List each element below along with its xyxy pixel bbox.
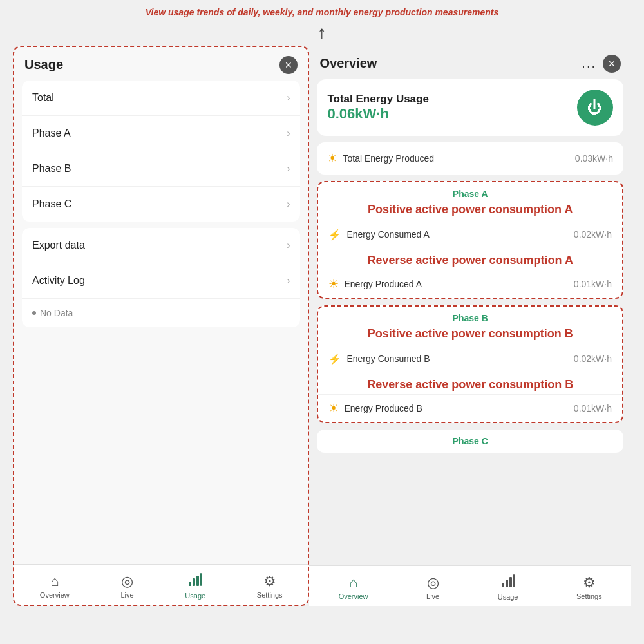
lightning-icon: ⚡ <box>328 353 341 365</box>
left-bottom-nav: ⌂ Overview ◎ Live Usage ⚙ <box>14 564 308 605</box>
menu-item-phase-b[interactable]: Phase B › <box>22 151 300 187</box>
nav-item-settings[interactable]: ⚙ Settings <box>257 573 283 599</box>
produced-row-label: Total Energy Produced <box>343 153 434 164</box>
svg-rect-1 <box>193 578 195 586</box>
no-data-indicator: No Data <box>22 299 300 327</box>
usage-bottom-section: Export data › Activity Log › No Data <box>22 228 300 327</box>
usage-panel: Usage ✕ Total › Phase A › Phase B › <box>13 46 309 606</box>
chevron-icon: › <box>287 240 290 251</box>
sun-icon: ☀ <box>328 401 339 415</box>
svg-rect-2 <box>196 576 199 586</box>
phase-b-produced-row: ☀ Energy Produced B 0.01kW·h <box>318 394 622 422</box>
right-nav-item-settings[interactable]: ⚙ Settings <box>576 574 602 600</box>
svg-rect-4 <box>502 583 504 587</box>
menu-item-export[interactable]: Export data › <box>22 228 300 263</box>
usage-main-section: Total › Phase A › Phase B › Phase C › <box>22 80 300 222</box>
usage-menu-list: Total › Phase A › Phase B › Phase C › <box>14 80 308 564</box>
home-icon: ⌂ <box>50 573 59 590</box>
nav-item-overview[interactable]: ⌂ Overview <box>40 573 70 599</box>
chevron-icon: › <box>287 128 290 139</box>
page-caption: View usage trends of daily, weekly, and … <box>0 0 644 23</box>
right-nav-item-live[interactable]: ◎ Live <box>426 574 439 600</box>
phase-a-label: Phase A <box>318 182 622 202</box>
phase-b-consumed-row: ⚡ Energy Consumed B 0.02kW·h <box>318 346 622 372</box>
phase-a-consumed-value: 0.02kW·h <box>574 229 612 240</box>
usage-panel-title: Usage <box>24 57 63 72</box>
total-energy-card: Total Energy Usage 0.06kW·h ⏻ <box>317 79 623 136</box>
phase-b-reverse-title: Reverse active power consumption B <box>318 372 622 394</box>
produced-row-left: ☀ Total Energy Produced <box>327 151 434 166</box>
chevron-icon: › <box>287 92 290 104</box>
menu-item-activity-log[interactable]: Activity Log › <box>22 263 300 299</box>
phase-b-label: Phase B <box>318 307 622 326</box>
svg-rect-0 <box>189 582 191 586</box>
right-nav-item-usage[interactable]: Usage <box>498 574 518 601</box>
chevron-icon: › <box>287 163 290 175</box>
menu-item-phase-c[interactable]: Phase C › <box>22 187 300 222</box>
more-options-button[interactable]: ... <box>582 56 596 71</box>
settings-icon: ⚙ <box>583 574 596 591</box>
phase-b-consumed-left: ⚡ Energy Consumed B <box>328 353 430 365</box>
phase-a-consumed-row: ⚡ Energy Consumed A 0.02kW·h <box>318 222 622 247</box>
usage-panel-header: Usage ✕ <box>14 47 308 80</box>
total-energy-produced-row: ☀ Total Energy Produced 0.03kW·h <box>317 142 623 175</box>
overview-panel: Overview ... ✕ Total Energy Usage 0.06kW… <box>309 46 631 606</box>
phase-b-produced-label: Energy Produced B <box>344 403 422 413</box>
chevron-icon: › <box>287 198 290 210</box>
nav-item-live[interactable]: ◎ Live <box>120 573 133 599</box>
overview-close-button[interactable]: ✕ <box>603 55 621 73</box>
phase-b-consumed-label: Energy Consumed B <box>346 354 430 364</box>
phase-a-produced-left: ☀ Energy Produced A <box>328 277 422 291</box>
svg-rect-5 <box>506 580 508 587</box>
right-bottom-nav: ⌂ Overview ◎ Live Usage ⚙ <box>309 565 631 606</box>
chevron-icon: › <box>287 275 290 287</box>
usage-close-button[interactable]: ✕ <box>279 56 298 74</box>
phase-a-produced-row: ☀ Energy Produced A 0.01kW·h <box>318 270 622 298</box>
phase-a-produced-value: 0.01kW·h <box>574 279 612 289</box>
phase-a-produced-label: Energy Produced A <box>344 279 422 289</box>
phase-b-section: Phase B Positive active power consumptio… <box>317 305 623 423</box>
overview-title: Overview <box>319 56 377 71</box>
total-energy-value: 0.06kW·h <box>327 106 428 122</box>
phase-c-label: Phase C <box>317 430 623 453</box>
phase-a-consumed-left: ⚡ Energy Consumed A <box>328 229 429 241</box>
home-icon: ⌂ <box>349 574 357 591</box>
phase-a-reverse-title: Reverse active power consumption A <box>318 247 622 270</box>
live-icon: ◎ <box>427 574 439 591</box>
phase-b-produced-value: 0.01kW·h <box>574 403 612 413</box>
power-button[interactable]: ⏻ <box>577 90 613 126</box>
sun-icon: ☀ <box>328 277 339 291</box>
menu-item-phase-a[interactable]: Phase A › <box>22 116 300 151</box>
phase-b-produced-left: ☀ Energy Produced B <box>328 401 422 415</box>
phase-a-consumed-label: Energy Consumed A <box>346 229 429 240</box>
phase-a-positive-title: Positive active power consumption A <box>318 202 622 222</box>
total-energy-info: Total Energy Usage 0.06kW·h <box>327 93 428 122</box>
produced-row-value: 0.03kW·h <box>575 153 613 164</box>
right-nav-item-overview[interactable]: ⌂ Overview <box>339 574 368 600</box>
svg-rect-7 <box>513 574 515 587</box>
overview-content: Total Energy Usage 0.06kW·h ⏻ ☀ Total En… <box>309 79 631 565</box>
live-icon: ◎ <box>121 573 133 590</box>
phase-b-consumed-value: 0.02kW·h <box>574 354 612 364</box>
phase-b-positive-title: Positive active power consumption B <box>318 326 622 346</box>
menu-item-total[interactable]: Total › <box>22 80 300 116</box>
usage-icon <box>188 573 202 591</box>
total-energy-label: Total Energy Usage <box>327 93 428 106</box>
nav-item-usage[interactable]: Usage <box>185 573 205 600</box>
sun-icon: ☀ <box>327 151 337 166</box>
phase-a-section: Phase A Positive active power consumptio… <box>317 181 623 299</box>
usage-icon <box>501 574 515 592</box>
overview-header-actions: ... ✕ <box>582 55 621 73</box>
arrow-up-icon: ↑ <box>0 23 644 43</box>
svg-rect-6 <box>509 577 512 587</box>
dot-icon <box>32 311 36 315</box>
lightning-icon: ⚡ <box>328 229 341 241</box>
svg-rect-3 <box>200 573 202 586</box>
overview-header: Overview ... ✕ <box>309 46 631 79</box>
settings-icon: ⚙ <box>263 573 276 590</box>
